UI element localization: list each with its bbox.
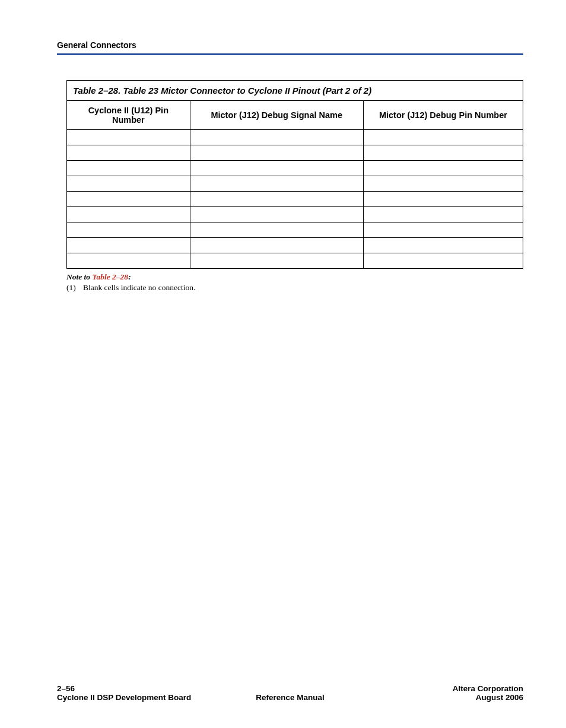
cell [190,161,363,176]
cell [363,192,523,207]
cell [363,161,523,176]
table-row [67,161,523,176]
cell [190,253,363,269]
note-table-ref: Table 2–28 [93,272,129,281]
note-title-prefix: Note to [66,272,93,281]
doc-title: Cyclone II DSP Development Board [57,693,191,702]
cell [363,207,523,222]
company-name: Altera Corporation [453,684,523,693]
cell [190,192,363,207]
footer-center: Reference Manual [256,693,325,702]
cell [190,145,363,161]
table-row [67,238,523,253]
note-title-suffix: : [128,272,131,281]
page-footer: 2–56 Cyclone II DSP Development Board Re… [57,684,523,702]
cell [67,207,190,222]
table-row [67,130,523,145]
table-header-row: Cyclone II (U12) Pin Number Mictor (J12)… [67,101,523,130]
note-item-text: Blank cells indicate no connection. [83,283,195,292]
cell [363,176,523,192]
cell [190,176,363,192]
col-header: Mictor (J12) Debug Signal Name [190,101,363,130]
table-row [67,145,523,161]
col-header: Cyclone II (U12) Pin Number [67,101,190,130]
footer-left: 2–56 Cyclone II DSP Development Board [57,684,191,702]
cell [67,192,190,207]
cell [67,253,190,269]
page-number: 2–56 [57,684,75,693]
cell [67,222,190,238]
footer-date: August 2006 [476,693,523,702]
cell [67,130,190,145]
table-caption: Table 2–28. Table 23 Mictor Connector to… [66,80,523,100]
note-item: (1)Blank cells indicate no connection. [66,283,523,293]
table-row [67,207,523,222]
note-title: Note to Table 2–28: [66,272,131,281]
cell [67,176,190,192]
cell [190,207,363,222]
table-row [67,253,523,269]
cell [363,253,523,269]
running-head: General Connectors [57,40,523,50]
cell [363,130,523,145]
cell [190,130,363,145]
header-rule [57,53,523,55]
cell [67,161,190,176]
pinout-table: Table 2–28. Table 23 Mictor Connector to… [66,80,523,269]
cell [363,145,523,161]
footer-right: Altera Corporation August 2006 [453,684,523,702]
cell [363,238,523,253]
cell [67,238,190,253]
cell [190,238,363,253]
cell [67,145,190,161]
table-row [67,222,523,238]
col-header: Mictor (J12) Debug Pin Number [363,101,523,130]
note-item-number: (1) [66,283,83,293]
table-row [67,192,523,207]
table-note: Note to Table 2–28: (1)Blank cells indic… [66,272,523,293]
cell [363,222,523,238]
table-row [67,176,523,192]
cell [190,222,363,238]
